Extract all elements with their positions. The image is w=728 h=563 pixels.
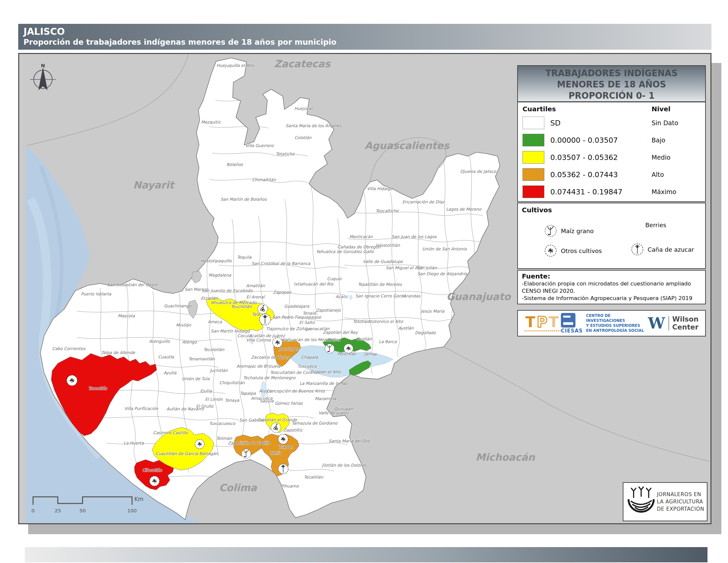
legend-title-line: MENORES DE 18 AÑOS [518, 79, 705, 90]
municipality-label: Mazamitla [315, 396, 336, 401]
municipality-label: Ocotlán [356, 337, 372, 342]
municipality-label: Zapotlán del Rey [323, 330, 358, 335]
tpt-letter: T [549, 314, 560, 331]
map-title-bar: JALISCO Proporción de trabajadores indíg… [18, 24, 711, 50]
municipality-label: Santa María del Oro [329, 439, 370, 444]
municipality-label: Jilotlán de los Dolores [321, 463, 367, 468]
bottom-gradient-bar [25, 547, 707, 562]
municipality-label: Tizapán el Alto [310, 369, 341, 374]
fuente-line: -Elaboración propia con microdatos del c… [522, 280, 701, 288]
municipality-label: San Julián [417, 265, 437, 270]
cana-crop-icon [278, 464, 288, 474]
municipality-label: La Barca [379, 339, 397, 344]
municipality-label: San Diego de Alejandría [417, 271, 467, 276]
tpt-letter: T [525, 314, 537, 331]
legend-row-sd: SD Sin Dato [523, 114, 701, 131]
municipality-label: Talpa de Allende [101, 350, 136, 355]
municipality-label: Encarnación de Díaz [402, 199, 445, 204]
municipality-label: Guachinango [164, 304, 192, 308]
maiz-crop-icon [242, 449, 251, 458]
cultivo-maiz-grano: Maíz grano [544, 224, 594, 238]
municipality-label: Atotonilco el Alto [368, 319, 403, 324]
municipality-label: Lagos de Moreno [446, 207, 482, 211]
wilson-line: Wilson [672, 315, 699, 323]
fuente-panel: Fuente: -Elaboración propia con microdat… [517, 270, 706, 305]
cultivos-panel: Cultivos Maíz grano Berries Otros cultiv… [517, 203, 706, 269]
municipality-label: Yahualica de González Gallo [316, 249, 374, 254]
municipality-label: Guadalajara [284, 304, 309, 309]
level-label: Máximo [652, 188, 701, 195]
municipality-label: Mascota [118, 313, 135, 318]
range-label: 0.05362 - 0.07443 [550, 170, 652, 179]
municipality-label: San Cristóbal de la Barranca [251, 261, 310, 266]
level-label: Alto [652, 171, 701, 178]
scale-unit-label: Km [134, 496, 144, 502]
municipality-label: Jesús María [420, 309, 444, 314]
municipality-label: Amatitán [246, 283, 265, 288]
municipality-label: San Juan de los Lagos [392, 234, 437, 239]
cana-azucar-icon [630, 242, 644, 256]
municipality-label: Concepción de Buenos Aires [266, 389, 325, 394]
wilson-divider [668, 316, 669, 331]
municipality-label: Jamay [364, 352, 378, 356]
municipality-label: Cuautitlán de García Barragán [156, 451, 218, 456]
municipality-label: Teuchitlán [231, 304, 252, 309]
ciesas-logo: CIESAS CENTRO DE INVESTIGACIONES Y ESTUD… [561, 313, 648, 334]
municipality-label: Degollado [415, 330, 436, 335]
municipality-label: Tecalitlán [304, 475, 323, 480]
municipality-label: Casimiro Castillo [153, 430, 188, 435]
state-label: Colima [219, 482, 257, 493]
municipality-label: La Manzanilla de la Paz [299, 381, 348, 386]
nivel-header: Nivel [652, 105, 701, 113]
municipality-label: Tecolotlán [204, 347, 225, 352]
small-lake [349, 295, 352, 300]
municipality-label: Gómez Farías [275, 401, 303, 406]
municipality-label: El Limón [205, 397, 223, 402]
maiz-grano-icon [544, 224, 558, 238]
otros-crop-icon [150, 476, 159, 486]
level-label: Sin Dato [652, 119, 701, 126]
municipality-label: Huejúcar [295, 106, 314, 111]
municipality-label: Tequila [237, 255, 251, 259]
range-label: 0.074431 - 0.19847 [550, 188, 652, 196]
municipality-label: Ameca [208, 319, 222, 324]
municipality-label: Santa María de los Ángeles [286, 123, 342, 128]
municipality-label: Cihuatlán [142, 468, 162, 473]
municipality-label: Zapotlanejo [316, 308, 341, 313]
municipality-label: Villa Purificación [124, 406, 159, 411]
ciesas-icon [561, 313, 575, 328]
jornaleros-line: JORNALEROS EN [657, 491, 704, 498]
cultivo-label: Berries [645, 221, 666, 228]
jornaleros-line: DE EXPORTACIÓN [657, 505, 704, 513]
wilson-center-logo: W Wilson Center [648, 314, 699, 332]
jornaleros-line: LA AGRICULTURA [657, 498, 704, 505]
municipality-label: Cañadas de Obregón [338, 244, 381, 249]
municipality-label: Tuxcueca [297, 364, 317, 369]
municipality-label: Colotlán [295, 135, 312, 140]
state-label: Zacatecas [274, 58, 331, 70]
cana-crop-icon [259, 314, 271, 325]
municipality-label: El Salto [299, 320, 315, 325]
otros-cultivos-icon [544, 244, 558, 258]
level-label: Bajo [652, 136, 701, 144]
scale-tick-label: 50 [79, 508, 86, 514]
municipality-label: Tepatitlán de Morelos [358, 282, 402, 287]
municipality-label: Tonaya [225, 398, 239, 403]
swatch-maximo [523, 185, 544, 198]
otros-crop-icon [195, 440, 204, 449]
municipality-label: Zapopan [273, 290, 292, 295]
municipality-label: Autlán de Navarro [166, 406, 204, 411]
municipality-label: Mexticacán [349, 234, 373, 239]
municipality-label: El Arenal [246, 295, 265, 300]
municipality-label: Sayula [260, 399, 274, 403]
swatch-alto [523, 168, 544, 181]
fuente-line: -Sistema de Información Agropecuaria y P… [522, 295, 701, 302]
jornaleros-field-icon [625, 485, 657, 518]
municipality-label: Chiquilistlán [219, 380, 245, 385]
legend-row-medio: 0.03507 - 0.05362 Medio [523, 149, 701, 166]
municipality-label: La Huerta [123, 441, 144, 446]
jornaleros-logo-box: JORNALEROS EN LA AGRICULTURA DE EXPORTAC… [623, 482, 707, 521]
fuente-header: Fuente: [522, 272, 701, 280]
municipality-label: Tenamaxtlán [189, 356, 215, 361]
municipality-label: Unión de San Antonio [422, 246, 467, 251]
